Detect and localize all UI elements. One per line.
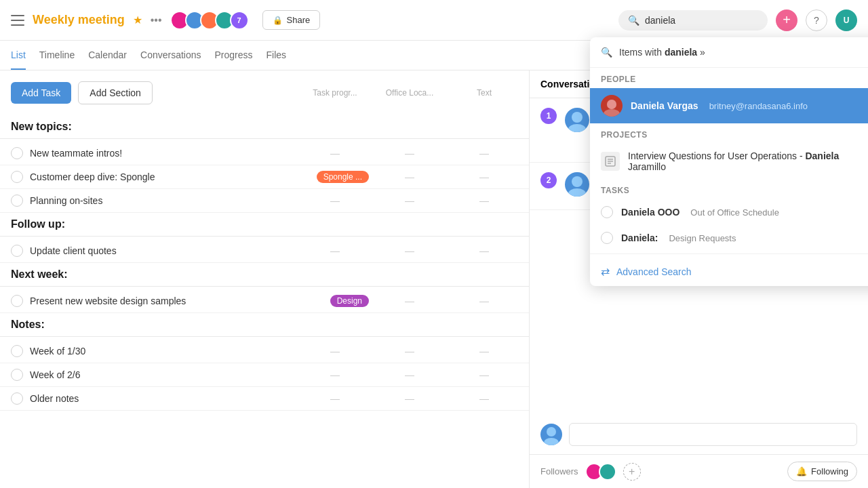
dropdown-person-avatar: [601, 95, 623, 117]
dropdown-task-checkbox-1: [601, 206, 613, 218]
tab-progress[interactable]: Progress: [215, 41, 253, 70]
tab-conversations[interactable]: Conversations: [140, 41, 201, 70]
section-next-week[interactable]: Next week:: [0, 263, 529, 287]
conv-avatar-2: [565, 172, 589, 197]
search-input[interactable]: [645, 15, 753, 26]
app-container: Weekly meeting ★ ••• 7 🔒 Share 🔍 + ? U L…: [0, 0, 868, 488]
dropdown-search-row[interactable]: 🔍 Items with daniela »: [590, 37, 868, 68]
avatars-group: 7: [170, 11, 249, 30]
avatar-count[interactable]: 7: [230, 11, 249, 30]
followers-avatars: [585, 463, 616, 481]
dropdown-divider: [590, 253, 868, 254]
table-row[interactable]: Week of 1/30 — — —: [0, 340, 529, 363]
add-task-button[interactable]: Add Task: [11, 82, 71, 104]
task-checkbox[interactable]: [11, 392, 23, 405]
add-section-button[interactable]: Add Section: [78, 81, 153, 104]
task-field: —: [376, 245, 443, 256]
dropdown-task-sub-1: Out of Office Schedule: [690, 207, 779, 218]
svg-point-0: [572, 112, 583, 123]
toolbar: Add Task Add Section Task progr... Offic…: [0, 81, 529, 115]
table-row[interactable]: New teammate intros! — — —: [0, 142, 529, 165]
svg-point-2: [572, 176, 583, 187]
star-icon[interactable]: ★: [133, 14, 142, 26]
tab-timeline[interactable]: Timeline: [39, 41, 75, 70]
tab-list[interactable]: List: [11, 41, 26, 70]
search-dropdown: 🔍 Items with daniela » People Daniela Va…: [590, 37, 868, 286]
task-checkbox[interactable]: [11, 171, 23, 183]
section-new-topics[interactable]: New topics:: [0, 115, 529, 139]
task-field: —: [376, 195, 443, 206]
table-row[interactable]: Customer deep dive: Spongle Spongle ... …: [0, 165, 529, 189]
reply-input[interactable]: [569, 423, 857, 446]
more-icon[interactable]: •••: [151, 14, 162, 26]
dropdown-search-term: daniela: [665, 47, 697, 58]
col-header-3: Text: [450, 88, 518, 98]
task-checkbox[interactable]: [11, 245, 23, 257]
tab-files[interactable]: Files: [267, 41, 287, 70]
dropdown-person-item[interactable]: Daniela Vargas britney@randasana6.info: [590, 88, 868, 123]
task-checkbox[interactable]: [11, 195, 23, 207]
task-field: —: [450, 296, 518, 306]
table-row[interactable]: Planning on-sites — — —: [0, 189, 529, 213]
hamburger-icon[interactable]: [11, 15, 24, 26]
following-label: Following: [811, 466, 848, 476]
task-field: —: [450, 346, 518, 357]
dropdown-project-icon: [601, 152, 620, 171]
add-button[interactable]: +: [776, 9, 797, 31]
task-name: Week of 1/30: [30, 346, 294, 357]
svg-point-4: [547, 427, 556, 436]
task-checkbox[interactable]: [11, 345, 23, 357]
task-checkbox[interactable]: [11, 369, 23, 381]
task-checkbox[interactable]: [11, 147, 23, 159]
task-field: —: [450, 171, 518, 182]
lock-icon: 🔒: [273, 16, 283, 25]
task-field: —: [450, 195, 518, 206]
tab-calendar[interactable]: Calendar: [88, 41, 127, 70]
svg-point-8: [607, 100, 616, 109]
col-header-2: Office Loca...: [376, 88, 443, 98]
table-row[interactable]: Week of 2/6 — — —: [0, 363, 529, 387]
task-name: Older notes: [30, 393, 294, 404]
help-button[interactable]: ?: [806, 9, 827, 31]
reply-area: [530, 415, 868, 454]
col-header-1: Task progr...: [301, 88, 369, 98]
advanced-search-label: Advanced Search: [616, 266, 692, 277]
dropdown-project-name: Interview Questions for User Operations …: [628, 150, 868, 172]
following-button[interactable]: 🔔 Following: [787, 462, 857, 481]
task-checkbox[interactable]: [11, 295, 23, 307]
table-row[interactable]: Present new website design samples Desig…: [0, 289, 529, 313]
task-field: —: [301, 195, 369, 206]
task-field: —: [450, 369, 518, 380]
task-field: —: [301, 346, 369, 357]
dropdown-task-item-1[interactable]: Daniela OOO Out of Office Schedule: [590, 199, 868, 225]
search-icon: 🔍: [628, 15, 639, 26]
table-row[interactable]: Update client quotes — — —: [0, 239, 529, 263]
task-field: —: [301, 148, 369, 159]
followers-bar: Followers + 🔔 Following: [530, 454, 868, 488]
svg-point-3: [568, 188, 586, 197]
follower-avatar-2[interactable]: [599, 463, 616, 481]
project-title[interactable]: Weekly meeting: [33, 13, 125, 27]
table-row[interactable]: Older notes — — —: [0, 387, 529, 411]
dropdown-task-item-2[interactable]: Daniela: Design Requests: [590, 225, 868, 251]
dropdown-project-item[interactable]: Interview Questions for User Operations …: [590, 144, 868, 179]
task-name: Customer deep dive: Spongle: [30, 171, 310, 182]
dropdown-task-sub-2: Design Requests: [669, 233, 736, 243]
task-field: —: [301, 393, 369, 404]
svg-point-1: [568, 124, 586, 132]
section-follow-up[interactable]: Follow up:: [0, 213, 529, 237]
user-avatar[interactable]: U: [835, 9, 857, 31]
search-box: 🔍: [618, 10, 768, 30]
dropdown-tasks-label: Tasks: [590, 179, 868, 199]
task-tag-design: Design: [330, 295, 369, 307]
section-notes[interactable]: Notes:: [0, 313, 529, 337]
dropdown-advanced-search[interactable]: ⇄ Advanced Search: [590, 257, 868, 286]
dropdown-person-email: britney@randasana6.info: [709, 101, 808, 111]
svg-point-7: [604, 109, 620, 117]
task-name: Week of 2/6: [30, 369, 294, 380]
add-follower-button[interactable]: +: [623, 463, 641, 481]
task-list-panel: Add Task Add Section Task progr... Offic…: [0, 70, 529, 488]
share-button[interactable]: 🔒 Share: [262, 10, 321, 30]
task-name: New teammate intros!: [30, 148, 294, 159]
dropdown-task-name-1: Daniela OOO: [621, 207, 679, 218]
